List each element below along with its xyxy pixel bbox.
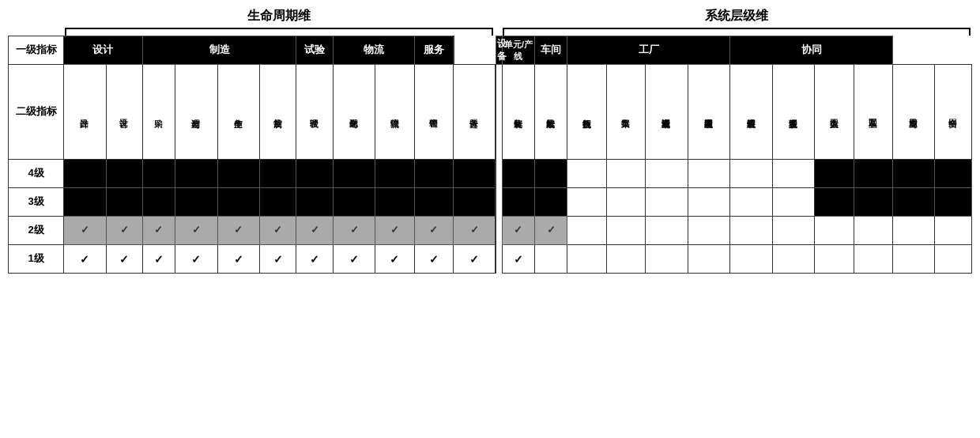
g1-lc-11: ✓	[454, 245, 496, 274]
l2-testing: 试验管理	[296, 65, 333, 160]
g2-lc-2: ✓	[106, 217, 142, 245]
g4-sys-6	[688, 160, 730, 188]
g1-sys-1: ✓	[502, 245, 534, 274]
g1-sys-6	[688, 245, 730, 274]
l1-test: 试验	[296, 36, 333, 65]
g2-lc-9: ✓	[375, 217, 414, 245]
g3-sys-12	[935, 188, 972, 217]
grade1-label: 1级	[9, 245, 64, 274]
g4-sys-1	[502, 160, 534, 188]
g1-lc-6: ✓	[260, 245, 296, 274]
l2-product-design: 产品设计	[64, 65, 107, 160]
g1-lc-3: ✓	[142, 245, 175, 274]
lifecycle-header: 生命周期维	[63, 8, 495, 36]
l2-operation: 运营服务	[454, 65, 496, 160]
grade1-row: 1级 ✓ ✓ ✓ ✓ ✓ ✓ ✓ ✓ ✓ ✓ ✓ ✓	[9, 245, 972, 274]
g3-lc-10	[414, 188, 453, 217]
g3-lc-4	[175, 188, 218, 217]
g1-lc-9: ✓	[375, 245, 414, 274]
l1-equipment: 设备	[496, 36, 502, 65]
g1-sys-12	[935, 245, 972, 274]
l2-netsec: 网络安全	[935, 65, 972, 160]
g2-sys-4	[606, 217, 645, 245]
g4-lc-5	[217, 160, 260, 188]
g2-lc-6: ✓	[260, 217, 296, 245]
g1-sys-11	[892, 245, 935, 274]
g2-sys-3	[567, 217, 606, 245]
l2-data-collection: 数据采集	[606, 65, 645, 160]
g2-lc-1: ✓	[64, 217, 107, 245]
main-container: 生命周期维 系统层级维	[0, 0, 980, 281]
g4-sys-2	[535, 160, 567, 188]
g2-lc-10: ✓	[414, 217, 453, 245]
g3-lc-6	[260, 188, 296, 217]
l2-scm: 供应链管理系统	[730, 65, 773, 160]
g4-lc-8	[333, 160, 375, 188]
g4-sys-8	[772, 160, 815, 188]
g3-sys-6	[688, 188, 730, 217]
grade2-row: 2级 ✓ ✓ ✓ ✓ ✓ ✓ ✓ ✓ ✓ ✓ ✓ ✓ ✓	[9, 217, 972, 245]
l1-service: 服务	[414, 36, 453, 65]
l2-warehouse: 仓储与配送	[333, 65, 375, 160]
g4-lc-4	[175, 160, 218, 188]
matrix-table: 一级指标 设计 制造 试验 物流 服务 设备 单元/产线 车间 工厂 协同	[8, 36, 972, 274]
g2-sys-6	[688, 217, 730, 245]
g1-lc-7: ✓	[296, 245, 333, 274]
g3-lc-9	[375, 188, 414, 217]
l2-logistics-mgmt: 物流管理	[375, 65, 414, 160]
system-title: 系统层级维	[705, 8, 768, 25]
g1-lc-1: ✓	[64, 245, 107, 274]
level2-row: 二级指标 产品设计 工艺设计 采购 计划与调度 生产与作业 质量控制 试验管理 …	[9, 65, 972, 160]
g1-sys-9	[815, 245, 854, 274]
l2-quality: 质量控制	[260, 65, 296, 160]
l2-cloud: 云资源与应用	[892, 65, 935, 160]
g4-lc-9	[375, 160, 414, 188]
grade4-row: 4级	[9, 160, 972, 188]
g3-sys-8	[772, 188, 815, 217]
g1-sys-8	[772, 245, 815, 274]
g1-lc-5: ✓	[217, 245, 260, 274]
l2-bigdata: 工业大数据	[815, 65, 854, 160]
grade3-label: 3级	[9, 188, 64, 217]
g2-lc-7: ✓	[296, 217, 333, 245]
g4-sys-11	[892, 160, 935, 188]
l1-logistics: 物流	[333, 36, 414, 65]
l2-crm: 客户关系管理系统	[772, 65, 815, 160]
g4-lc-3	[142, 160, 175, 188]
g4-lc-11	[454, 160, 496, 188]
g1-sys-7	[730, 245, 773, 274]
l2-plm: 生命周期管理系统	[688, 65, 730, 160]
g2-sys-9	[815, 217, 854, 245]
g3-sys-5	[646, 188, 688, 217]
g3-sys-7	[730, 188, 773, 217]
g2-sys-10	[854, 217, 892, 245]
l2-iiot: 工业互联网	[854, 65, 892, 160]
l2-planning: 计划与调度	[175, 65, 218, 160]
g3-lc-8	[333, 188, 375, 217]
grade4-label: 4级	[9, 160, 64, 188]
g4-sys-4	[606, 160, 645, 188]
g3-lc-3	[142, 188, 175, 217]
l1-factory: 工厂	[567, 36, 730, 65]
l2-mes: 制造执行系统	[567, 65, 606, 160]
g4-lc-7	[296, 160, 333, 188]
g1-lc-4: ✓	[175, 245, 218, 274]
g4-sys-5	[646, 160, 688, 188]
grade2-label: 2级	[9, 217, 64, 245]
g1-sys-3	[567, 245, 606, 274]
l1-collab: 协同	[730, 36, 893, 65]
l2-production: 生产与作业	[217, 65, 260, 160]
g4-sys-9	[815, 160, 854, 188]
g4-sys-10	[854, 160, 892, 188]
g3-lc-1	[64, 188, 107, 217]
g2-sys-5	[646, 217, 688, 245]
l1-manufacture: 制造	[142, 36, 296, 65]
g2-sys-1: ✓	[502, 217, 534, 245]
g1-sys-4	[606, 245, 645, 274]
g3-sys-3	[567, 188, 606, 217]
g2-lc-5: ✓	[217, 217, 260, 245]
g2-sys-7	[730, 217, 773, 245]
g2-lc-3: ✓	[142, 217, 175, 245]
lifecycle-title: 生命周期维	[247, 8, 311, 25]
g1-lc-10: ✓	[414, 245, 453, 274]
